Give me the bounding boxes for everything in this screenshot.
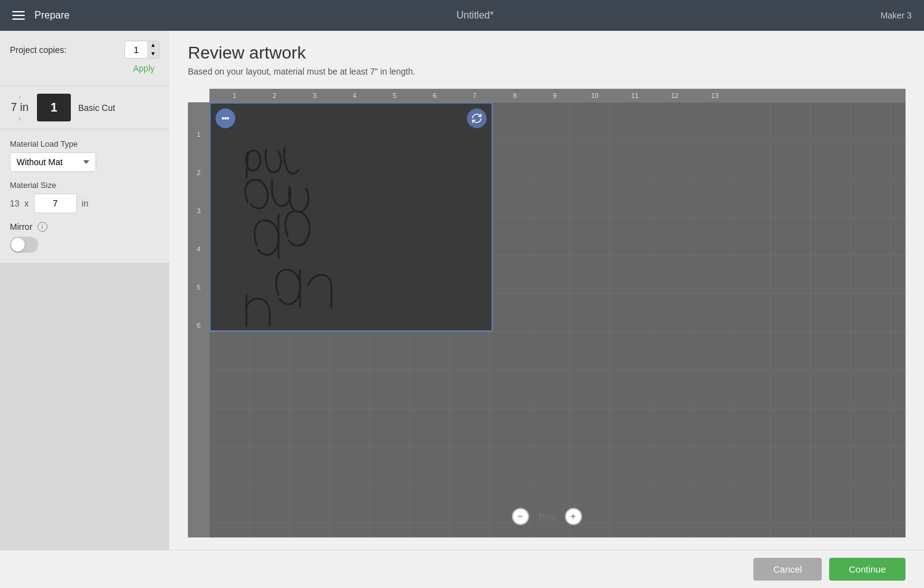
ruler-h-1: 1 xyxy=(214,92,254,99)
ruler-horizontal: 1 2 3 4 5 6 7 8 9 10 11 12 13 xyxy=(209,89,906,102)
svg-point-3 xyxy=(227,117,229,120)
continue-button[interactable]: Continue xyxy=(829,558,906,581)
sidebar: Project copies: 1 ▲ ▼ Apply ↑ 7 in ↓ xyxy=(0,31,169,550)
project-copies-label: Project copies: xyxy=(10,45,67,55)
mirror-info-icon[interactable]: i xyxy=(38,222,47,232)
ruler-h-13: 13 xyxy=(695,92,735,99)
material-size-x: x xyxy=(25,198,29,208)
review-title: Review artwork xyxy=(188,43,906,63)
material-size-unit: in xyxy=(82,198,89,208)
zoom-out-button[interactable]: − xyxy=(512,508,529,525)
zoom-value: 75% xyxy=(532,512,562,522)
sidebar-bottom xyxy=(0,263,169,550)
ruler-vertical: 1 2 3 4 5 6 xyxy=(188,102,209,537)
material-load-type-select[interactable]: Without Mat xyxy=(10,152,96,172)
content-area: Review artwork Based on your layout, mat… xyxy=(169,31,924,550)
mirror-label: Mirror xyxy=(10,222,33,232)
canvas-wrapper: 1 2 3 4 5 6 7 8 9 10 11 12 13 xyxy=(188,89,906,537)
zoom-in-button[interactable]: + xyxy=(565,508,582,525)
ruler-h-11: 11 xyxy=(615,92,655,99)
menu-icon[interactable] xyxy=(12,11,25,20)
header: Prepare Untitled* Maker 3 xyxy=(0,0,924,31)
main-layout: Project copies: 1 ▲ ▼ Apply ↑ 7 in ↓ xyxy=(0,31,924,550)
material-size-height-input[interactable] xyxy=(34,194,77,213)
artwork-svg xyxy=(211,104,494,333)
apply-button[interactable]: Apply xyxy=(128,61,160,76)
ruler-h-6: 6 xyxy=(415,92,455,99)
device-name: Maker 3 xyxy=(880,10,912,20)
copies-input[interactable]: 1 xyxy=(125,43,147,57)
svg-point-2 xyxy=(224,117,227,120)
options-button[interactable] xyxy=(216,108,235,128)
main-grid xyxy=(209,102,906,537)
sidebar-top: Project copies: 1 ▲ ▼ Apply xyxy=(0,31,169,86)
material-load-type-control: Material Load Type Without Mat xyxy=(10,139,160,172)
ruler-h-7: 7 xyxy=(455,92,495,99)
cut-item: ↑ 7 in ↓ 1 Basic Cut xyxy=(0,86,169,129)
mirror-control: Mirror i xyxy=(10,222,160,253)
bottom-bar: Cancel Continue xyxy=(0,550,924,588)
ruler-h-5: 5 xyxy=(375,92,415,99)
material-size-width-value: 13 xyxy=(10,198,20,208)
ruler-h-9: 9 xyxy=(535,92,575,99)
header-title: Prepare xyxy=(34,10,70,21)
project-copies-spinner[interactable]: 1 ▲ ▼ xyxy=(124,41,160,59)
cut-size: ↑ 7 in ↓ xyxy=(10,94,30,121)
artwork-region[interactable] xyxy=(209,102,493,332)
svg-point-1 xyxy=(222,117,224,120)
material-load-type-label: Material Load Type xyxy=(10,139,160,149)
document-title: Untitled* xyxy=(70,10,881,21)
material-size-control: Material Size 13 x in xyxy=(10,181,160,213)
ruler-h-4: 4 xyxy=(334,92,375,99)
rotate-button[interactable] xyxy=(467,108,487,128)
ruler-h-3: 3 xyxy=(294,92,334,99)
ruler-h-8: 8 xyxy=(495,92,535,99)
mirror-toggle[interactable] xyxy=(10,237,38,253)
zoom-controls: − 75% + xyxy=(512,508,582,525)
ruler-h-12: 12 xyxy=(655,92,695,99)
review-subtitle: Based on your layout, material must be a… xyxy=(188,67,906,76)
material-size-label: Material Size xyxy=(10,181,160,190)
ruler-h-2: 2 xyxy=(254,92,294,99)
sidebar-controls: Material Load Type Without Mat Material … xyxy=(0,129,169,263)
cut-label: Basic Cut xyxy=(78,103,115,113)
toggle-knob xyxy=(11,238,25,251)
copies-down[interactable]: ▼ xyxy=(147,50,159,59)
cut-thumbnail: 1 xyxy=(37,94,71,121)
copies-up[interactable]: ▲ xyxy=(147,41,159,50)
cancel-button[interactable]: Cancel xyxy=(753,558,822,581)
ruler-h-10: 10 xyxy=(575,92,615,99)
